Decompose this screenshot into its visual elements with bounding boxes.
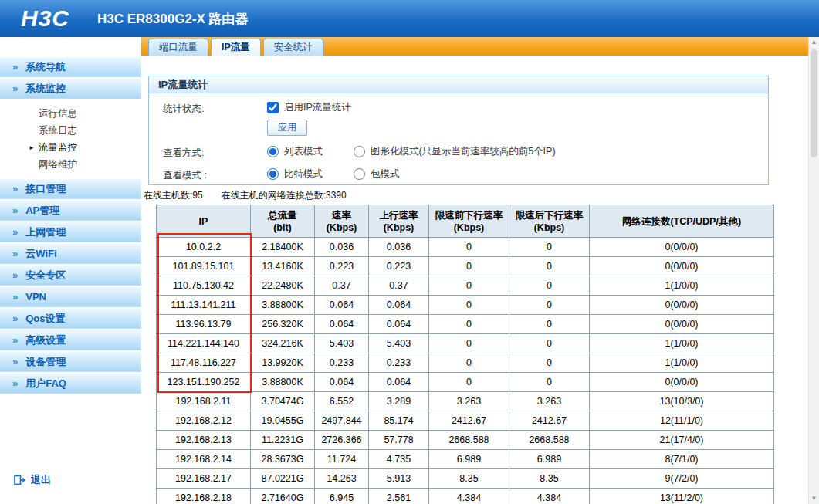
view-mode-radio[interactable]	[267, 146, 279, 157]
value-cell: 5.403	[315, 334, 369, 353]
view-mode-option: 图形化模式(只显示当前速率较高的前5个IP)	[354, 145, 556, 158]
value-cell: 11.724	[315, 450, 369, 469]
value-cell: 8(7/1/0)	[590, 450, 774, 469]
scrollbar-down-button[interactable]: ▼	[809, 493, 819, 504]
value-cell: 13.9920K	[251, 353, 315, 373]
value-cell: 2668.588	[509, 431, 590, 450]
logout-button[interactable]: 退出	[14, 473, 51, 487]
sidebar-subitem-system-log[interactable]: 系统日志	[0, 122, 141, 139]
sidebar-item-security-zone[interactable]: »安全专区	[0, 266, 141, 286]
option-label: 列表模式	[284, 145, 323, 158]
sidebar-item-device-mgmt[interactable]: »设备管理	[0, 352, 141, 372]
sidebar-subitem-label: 网络维护	[39, 159, 77, 170]
display-mode-radio[interactable]	[267, 168, 279, 180]
sidebar-item-system-nav[interactable]: »系统导航	[0, 57, 141, 77]
sidebar-subitem-running-info[interactable]: 运行信息	[0, 105, 141, 122]
value-cell: 21(17/4/0)	[590, 431, 774, 450]
value-cell: 2726.366	[315, 431, 369, 450]
value-cell: 2412.67	[429, 411, 509, 431]
value-cell: 0	[509, 353, 590, 373]
display-mode-label: 查看模式 :	[163, 167, 267, 182]
value-cell: 4.384	[429, 489, 509, 504]
value-cell: 0	[429, 257, 509, 276]
value-cell: 85.174	[369, 411, 429, 431]
scrollbar-up-button[interactable]: ▲	[809, 37, 819, 48]
tab-strip: 端口流量IP流量安全统计	[141, 37, 808, 56]
sidebar-item-cloud-wifi[interactable]: »云WiFi	[0, 244, 141, 264]
sidebar-item-advanced[interactable]: »高级设置	[0, 330, 141, 350]
ip-cell: 123.151.190.252	[157, 373, 251, 392]
value-cell: 0.223	[315, 257, 369, 276]
sidebar-item-label: VPN	[25, 291, 46, 303]
value-cell: 256.320K	[251, 315, 315, 334]
enable-ip-stats-label: 启用IP流量统计	[284, 101, 351, 114]
value-cell: 9(7/2/0)	[590, 469, 774, 489]
value-cell: 0.233	[315, 353, 369, 373]
value-cell: 2.18400K	[251, 238, 315, 257]
table-row: 114.221.144.140324.216K5.4035.403001(1/0…	[157, 334, 774, 353]
sidebar-item-qos[interactable]: »Qos设置	[0, 309, 141, 329]
sidebar-item-user-faq[interactable]: »用户FAQ	[0, 374, 141, 394]
display-mode-radio[interactable]	[354, 168, 365, 180]
value-cell: 0	[429, 276, 509, 296]
sidebar-item-interface-mgmt[interactable]: »接口管理	[0, 179, 141, 199]
apply-button[interactable]: 应用	[267, 120, 307, 136]
vertical-scrollbar[interactable]: ▲ ▼	[808, 37, 819, 504]
double-chevron-icon: »	[12, 335, 18, 345]
option-label: 比特模式	[284, 167, 323, 181]
scrollbar-thumb[interactable]	[811, 49, 817, 157]
sidebar-item-internet-mgmt[interactable]: »上网管理	[0, 222, 141, 242]
value-cell: 12(11/1/0)	[590, 411, 774, 431]
enable-ip-stats-option: 启用IP流量统计	[267, 101, 351, 114]
value-cell: 324.216K	[251, 334, 315, 353]
ip-cell: 10.0.2.2	[157, 238, 251, 257]
double-chevron-icon: »	[12, 313, 18, 323]
table-row: 192.168.2.1787.0221G14.2635.9138.358.359…	[157, 469, 774, 489]
table-row: 192.168.2.182.71640G6.9452.5614.3844.384…	[157, 489, 774, 504]
sidebar-subitem-traffic-monitor[interactable]: ►流量监控	[0, 139, 141, 156]
double-chevron-icon: »	[12, 62, 18, 72]
value-cell: 0.064	[315, 315, 369, 334]
value-cell: 8.35	[429, 469, 509, 489]
value-cell: 22.2480K	[251, 276, 315, 296]
value-cell: 0.37	[369, 276, 429, 296]
sidebar-item-label: AP管理	[25, 204, 59, 218]
value-cell: 13(10/3/0)	[590, 392, 774, 411]
sidebar-item-vpn[interactable]: »VPN	[0, 287, 141, 307]
sidebar-item-label: 高级设置	[25, 333, 66, 347]
sidebar-item-label: 上网管理	[25, 225, 66, 239]
tab-security-stats[interactable]: 安全统计	[263, 39, 323, 56]
sidebar-subitem-label: 流量监控	[39, 142, 77, 153]
online-hosts-count: 在线主机数:95	[144, 190, 203, 201]
column-header: IP	[157, 205, 251, 238]
view-mode-row: 查看方式: 列表模式图形化模式(只显示当前速率较高的前5个IP)	[163, 145, 760, 161]
ip-traffic-table: IP总流量 (bit)速率 (Kbps)上行速率 (Kbps)限速前下行速率 (…	[156, 205, 774, 504]
value-cell: 0.036	[315, 238, 369, 257]
sidebar-item-label: 系统导航	[25, 60, 66, 74]
sidebar-item-system-monitor[interactable]: »系统监控	[0, 79, 141, 99]
value-cell: 6.989	[429, 450, 509, 469]
ip-cell: 192.168.2.12	[157, 411, 251, 431]
column-header: 上行速率 (Kbps)	[369, 205, 429, 238]
value-cell: 0	[509, 334, 590, 353]
tab-ip-traffic[interactable]: IP流量	[211, 39, 261, 56]
main-content: 端口流量IP流量安全统计 IP流量统计 统计状态: 启用IP流量统计 应用	[141, 37, 808, 504]
value-cell: 0.064	[315, 373, 369, 392]
double-chevron-icon: »	[12, 357, 18, 367]
value-cell: 1(1/0/0)	[590, 276, 774, 296]
display-mode-option: 比特模式	[267, 167, 354, 181]
enable-ip-stats-checkbox[interactable]	[267, 102, 279, 113]
ip-cell: 111.13.141.211	[157, 296, 251, 315]
sidebar-item-label: 系统监控	[25, 82, 66, 96]
sidebar-subitem-label: 系统日志	[39, 125, 77, 136]
double-chevron-icon: »	[12, 270, 18, 280]
sidebar-item-ap-mgmt[interactable]: »AP管理	[0, 201, 141, 221]
value-cell: 0	[429, 373, 509, 392]
table-row: 192.168.2.1219.0455G2497.84485.1742412.6…	[157, 411, 774, 431]
table-row: 117.48.116.22713.9920K0.2330.233001(1/0/…	[157, 353, 774, 373]
sidebar-menu: »系统导航»系统监控运行信息系统日志►流量监控网络维护»接口管理»AP管理»上网…	[0, 37, 141, 394]
sidebar-subitem-network-maintenance[interactable]: 网络维护	[0, 156, 141, 173]
view-mode-radio[interactable]	[354, 146, 365, 157]
tab-port-traffic[interactable]: 端口流量	[148, 39, 208, 56]
table-header-row: IP总流量 (bit)速率 (Kbps)上行速率 (Kbps)限速前下行速率 (…	[157, 205, 774, 238]
